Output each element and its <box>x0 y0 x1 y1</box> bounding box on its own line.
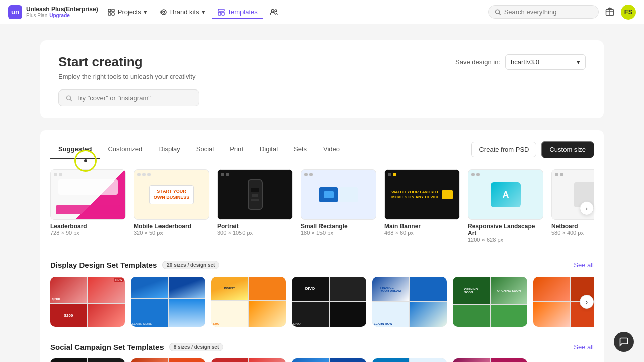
template-thumb-mobile-lb: START YOUROWN BUSINESS <box>134 169 209 220</box>
svg-rect-6 <box>218 9 224 11</box>
svg-point-10 <box>275 10 277 12</box>
chat-bubble[interactable] <box>614 332 634 352</box>
save-design-value: hcarttv3.0 <box>511 58 539 66</box>
hero-search-input[interactable] <box>76 94 192 102</box>
svg-rect-3 <box>112 13 114 15</box>
template-name-small-rect: Small Rectangle <box>301 223 376 230</box>
display-set-3[interactable]: INVEST $200 <box>211 277 286 327</box>
tab-print[interactable]: Print <box>222 140 252 159</box>
social-section-header: Social Campaign Set Templates 8 sizes / … <box>50 343 594 351</box>
social-badge: 8 sizes / design set <box>169 343 224 351</box>
template-thumb-responsive: A <box>468 169 543 220</box>
svg-rect-2 <box>108 13 111 15</box>
template-thumb-small-rect <box>301 169 376 220</box>
display-set-4[interactable]: DIVO DIVO <box>292 277 366 327</box>
template-size-main-banner: 468 × 60 px <box>384 230 460 236</box>
template-small-rect[interactable]: Small Rectangle 180 × 150 px <box>301 169 376 243</box>
save-design-select[interactable]: hcarttv3.0 ▾ <box>505 54 586 70</box>
scroll-arrow-display[interactable]: › <box>580 295 594 309</box>
page-title: Start creating <box>58 54 199 70</box>
display-set-2[interactable]: LEARN MORE <box>131 277 205 327</box>
hero-section: Start creating Employ the right tools to… <box>40 40 604 118</box>
template-thumb-portrait <box>217 169 293 220</box>
template-name-responsive: Responsive Landscape Art <box>468 223 543 237</box>
custom-size-button[interactable]: Custom size <box>541 141 594 158</box>
display-set-cards: $200 NEW $200 LEARN MORE <box>50 277 594 327</box>
social-section-title: Social Campaign Set Templates 8 sizes / … <box>50 343 223 351</box>
svg-point-11 <box>496 10 500 14</box>
display-section: Display Design Set Templates 20 sizes / … <box>50 261 594 327</box>
tab-customized[interactable]: Customized <box>100 140 150 159</box>
svg-point-5 <box>163 11 165 13</box>
tabs-bar: Suggested Customized Display Social Prin… <box>50 140 594 159</box>
nav-templates[interactable]: Templates <box>212 5 263 19</box>
svg-line-12 <box>499 13 501 15</box>
page-subtitle: Employ the right tools to unleash your c… <box>58 73 199 80</box>
display-set-5[interactable]: FINANCEYOUR DREAM LEARN HOW <box>372 277 447 327</box>
nav-projects[interactable]: Projects ▾ <box>102 5 152 19</box>
logo-icon[interactable]: un <box>8 5 22 19</box>
tab-video[interactable]: Video <box>315 140 348 159</box>
template-name-main-banner: Main Banner <box>384 223 460 230</box>
social-set-cards: A wiseinvestment luxury home <box>50 358 594 362</box>
save-design-label: Save design in: <box>455 58 500 66</box>
svg-rect-1 <box>112 9 114 12</box>
template-thumb-leaderboard <box>50 169 126 220</box>
nav-brand-kits[interactable]: Brand kits ▾ <box>154 5 210 19</box>
social-set-4[interactable]: WE HELP <box>292 358 366 362</box>
search-input[interactable] <box>504 8 592 16</box>
avatar[interactable]: FS <box>621 5 636 20</box>
top-navigation: un Unleash Plus(Enterprise) Plus Plan Up… <box>0 0 644 24</box>
template-size-portrait: 300 × 1050 px <box>217 230 293 236</box>
display-see-all[interactable]: See all <box>574 261 594 269</box>
create-from-psd-button[interactable]: Create from PSD <box>471 142 536 157</box>
template-size-netboard: 580 × 400 px <box>551 230 594 236</box>
tab-digital[interactable]: Digital <box>252 140 286 159</box>
brand-kits-label: Brand kits <box>170 8 199 16</box>
upgrade-button[interactable]: Upgrade <box>49 13 70 18</box>
tabs-actions: Create from PSD Custom size <box>471 141 594 158</box>
social-set-3[interactable]: $200 <box>211 358 286 362</box>
template-mobile-leaderboard[interactable]: START YOUROWN BUSINESS Mobile Leaderboar… <box>134 169 209 243</box>
hero-search-bar[interactable] <box>58 89 199 106</box>
tab-social[interactable]: Social <box>188 140 222 159</box>
template-main-banner[interactable]: WATCH YOUR FAVORITEMOVIES ON ANY DEVICE … <box>384 169 460 243</box>
svg-rect-7 <box>218 12 221 15</box>
svg-rect-0 <box>108 9 111 12</box>
social-set-6[interactable]: LASHES STAYCURLED <box>453 358 527 362</box>
tab-display[interactable]: Display <box>150 140 188 159</box>
social-see-all[interactable]: See all <box>574 343 594 351</box>
template-name-mobile-lb: Mobile Leaderboard <box>134 223 209 230</box>
logo-area: un Unleash Plus(Enterprise) Plus Plan Up… <box>8 5 98 19</box>
search-bar[interactable] <box>488 5 599 19</box>
template-portrait[interactable]: Portrait 300 × 1050 px <box>217 169 293 243</box>
display-sets-wrapper: $200 NEW $200 LEARN MORE <box>50 277 594 327</box>
svg-point-15 <box>67 96 71 100</box>
template-name-netboard: Netboard <box>551 223 594 230</box>
template-size-responsive: 1200 × 628 px <box>468 237 543 243</box>
template-responsive-landscape[interactable]: A Responsive Landscape Art 1200 × 628 px <box>468 169 543 243</box>
display-set-6[interactable]: OPENINGSOON OPENING SOON <box>453 277 527 327</box>
template-name-leaderboard: Leaderboard <box>50 223 126 230</box>
tab-suggested[interactable]: Suggested <box>50 140 100 159</box>
template-size-small-rect: 180 × 150 px <box>301 230 376 236</box>
scroll-arrow-suggested[interactable]: › <box>580 201 594 215</box>
display-set-1[interactable]: $200 NEW $200 <box>50 277 125 327</box>
gift-icon[interactable] <box>605 6 615 18</box>
display-section-header: Display Design Set Templates 20 sizes / … <box>50 261 594 269</box>
projects-arrow: ▾ <box>144 8 147 16</box>
social-set-5[interactable] <box>372 358 447 362</box>
social-set-1[interactable]: A wiseinvestment <box>50 358 125 362</box>
tabs-list: Suggested Customized Display Social Prin… <box>50 140 348 159</box>
template-size-leaderboard: 728 × 90 px <box>50 230 126 236</box>
social-set-2[interactable]: luxury home <box>131 358 205 362</box>
template-size-mobile-lb: 320 × 50 px <box>134 230 209 236</box>
template-leaderboard[interactable]: Leaderboard 728 × 90 px <box>50 169 126 243</box>
template-section: Suggested Customized Display Social Prin… <box>40 130 604 362</box>
suggested-templates-row: Leaderboard 728 × 90 px START YOUROWN BU… <box>50 169 594 247</box>
nav-team[interactable] <box>265 5 283 19</box>
templates-label: Templates <box>228 8 258 16</box>
display-badge: 20 sizes / design set <box>162 261 219 269</box>
plan-label: Plus Plan <box>26 13 47 18</box>
tab-sets[interactable]: Sets <box>286 140 315 159</box>
